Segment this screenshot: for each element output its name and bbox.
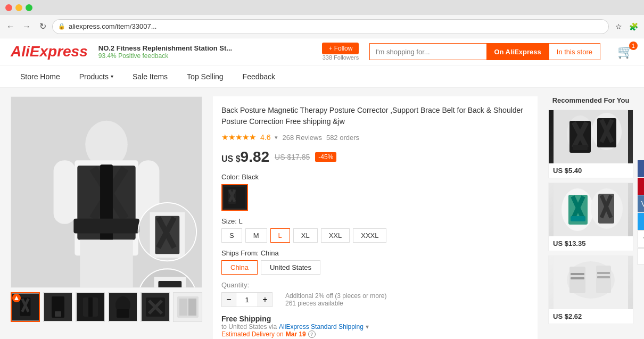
thumbnail-2[interactable] xyxy=(43,292,72,322)
thumbnail-3[interactable] xyxy=(76,292,105,322)
store-info: NO.2 Fitness Replenishment Station St...… xyxy=(98,44,312,60)
url-text: aliexpress.com/item/33007... xyxy=(69,22,156,30)
quantity-discount-info: Additional 2% off (3 pieces or more) 261… xyxy=(285,292,387,307)
quantity-row: Quantity: − + Additional 2% off (3 piece… xyxy=(221,281,529,307)
svg-rect-11 xyxy=(80,240,133,288)
refresh-button[interactable]: ↻ xyxy=(36,20,49,33)
vk-share-button[interactable]: VK xyxy=(638,195,644,212)
size-m[interactable]: M xyxy=(245,228,267,243)
recommended-item-1[interactable]: US $5.40 xyxy=(548,110,633,178)
info-icon[interactable]: ? xyxy=(308,330,316,338)
search-aliexpress-button[interactable]: On AliExpress xyxy=(486,43,548,60)
svg-rect-75 xyxy=(571,277,584,279)
thumbnail-1[interactable] xyxy=(11,292,40,322)
svg-rect-78 xyxy=(597,276,610,278)
thumbnail-5[interactable] xyxy=(141,292,170,322)
quantity-decrease[interactable]: − xyxy=(221,292,236,307)
store-follow: + Follow 338 Followers xyxy=(322,43,359,61)
rec-image-3 xyxy=(549,256,633,309)
back-button[interactable]: ← xyxy=(4,20,17,33)
product-title: Back Posture Magnetic Therapy Posture Co… xyxy=(221,105,529,127)
nav-bar: Store Home Products ▾ Sale Items Top Sel… xyxy=(0,65,644,88)
store-name[interactable]: NO.2 Fitness Replenishment Station St... xyxy=(98,44,312,52)
close-window-btn[interactable] xyxy=(5,4,12,11)
nav-store-home[interactable]: Store Home xyxy=(11,65,70,88)
color-label: Color: Black xyxy=(221,173,529,181)
main-content: Back Posture Magnetic Therapy Posture Co… xyxy=(0,88,644,339)
svg-rect-38 xyxy=(117,309,129,318)
quantity-label: Quantity: xyxy=(221,281,529,289)
ship-china[interactable]: China xyxy=(221,260,258,275)
rec-image-1 xyxy=(549,110,633,163)
search-input[interactable] xyxy=(369,43,486,60)
cart-icon[interactable]: 🛒 1 xyxy=(617,44,633,59)
color-swatch-black[interactable] xyxy=(221,184,248,211)
address-bar[interactable]: 🔒 aliexpress.com/item/33007... xyxy=(52,19,609,34)
nav-feedback[interactable]: Feedback xyxy=(233,65,285,88)
thumb-badge xyxy=(12,294,21,302)
size-xxl[interactable]: XXL xyxy=(321,228,350,243)
discount-badge: -45% xyxy=(315,152,336,162)
reviews-count[interactable]: 268 Reviews xyxy=(282,134,321,142)
shipping-to-text: to United States via xyxy=(221,323,277,330)
orders-count: 582 orders xyxy=(326,134,359,142)
aliexpress-logo[interactable]: AliExpress xyxy=(11,43,88,60)
star-icons: ★★★★★ xyxy=(221,133,256,142)
svg-rect-56 xyxy=(573,145,588,150)
svg-rect-73 xyxy=(569,267,585,293)
facebook-share-button[interactable]: f xyxy=(638,160,644,177)
recommended-item-2[interactable]: US $13.35 xyxy=(548,183,633,251)
svg-marker-25 xyxy=(14,296,19,300)
svg-rect-10 xyxy=(73,219,139,234)
delivery-row: Estimated Delivery on Mar 19 ? xyxy=(221,330,529,338)
size-l[interactable]: L xyxy=(270,228,290,243)
ships-from-label: Ships From: China xyxy=(221,249,529,257)
size-option: Size: L S M L XL XXL XXXL xyxy=(221,217,529,243)
shipping-info: to United States via AliExpress Standard… xyxy=(221,323,529,330)
bookmark-icon[interactable]: ☆ xyxy=(612,20,625,33)
edit-share-button[interactable]: ✎ xyxy=(638,230,644,247)
product-detail: Back Posture Magnetic Therapy Posture Co… xyxy=(213,96,538,339)
size-xl[interactable]: XL xyxy=(293,228,318,243)
nav-sale-items[interactable]: Sale Items xyxy=(123,65,177,88)
size-buttons: S M L XL XXL XXXL xyxy=(221,228,529,243)
quantity-increase[interactable]: + xyxy=(258,292,273,307)
twitter-share-button[interactable]: t xyxy=(638,213,644,230)
close-social-button[interactable]: ✕ xyxy=(638,248,644,265)
nav-products[interactable]: Products ▾ xyxy=(70,65,123,88)
minimize-window-btn[interactable] xyxy=(15,4,22,11)
titlebar xyxy=(0,0,644,15)
lock-icon: 🔒 xyxy=(58,23,65,30)
store-feedback: 93.4% Positive feedback xyxy=(98,52,312,60)
size-s[interactable]: S xyxy=(221,228,242,243)
thumbnail-6[interactable] xyxy=(173,292,202,322)
feedback-label: Positive feedback xyxy=(118,52,168,60)
shipping-link[interactable]: AliExpress Standard Shipping xyxy=(279,323,364,330)
rating-number: 4.6 xyxy=(260,133,270,142)
svg-rect-76 xyxy=(596,266,611,293)
thumbnail-4[interactable] xyxy=(108,292,137,322)
ship-us[interactable]: United States xyxy=(261,260,320,275)
svg-rect-74 xyxy=(571,273,584,275)
nav-top-selling[interactable]: Top Selling xyxy=(177,65,233,88)
forward-button[interactable]: → xyxy=(20,20,33,33)
size-xxxl[interactable]: XXXL xyxy=(353,228,386,243)
rec-price-3: US $2.62 xyxy=(549,309,633,324)
qty-available-text: 261 pieces available xyxy=(285,300,387,307)
extensions-icon[interactable]: 🧩 xyxy=(627,20,640,33)
original-price: US $17.85 xyxy=(275,153,310,161)
feedback-pct: 93.4% xyxy=(98,52,117,60)
maximize-window-btn[interactable] xyxy=(26,4,32,11)
rating-row: ★★★★★ 4.6 ▾ 268 Reviews 582 orders xyxy=(221,133,529,142)
pinterest-share-button[interactable]: P xyxy=(638,178,644,195)
search-store-button[interactable]: In this store xyxy=(549,43,600,60)
dropdown-chevron: ▾ xyxy=(275,134,278,141)
store-header: AliExpress NO.2 Fitness Replenishment St… xyxy=(0,38,644,65)
recommended-item-3[interactable]: US $2.62 xyxy=(548,255,633,324)
delivery-label: Estimated Delivery on xyxy=(221,330,284,338)
follow-button[interactable]: + Follow xyxy=(322,43,359,54)
quantity-input[interactable] xyxy=(236,292,258,307)
delivery-date: Mar 19 xyxy=(286,330,306,338)
rec-image-2 xyxy=(549,183,633,236)
recommended-panel: Recommended For You US $5.40 US $13.35 U… xyxy=(548,96,633,324)
